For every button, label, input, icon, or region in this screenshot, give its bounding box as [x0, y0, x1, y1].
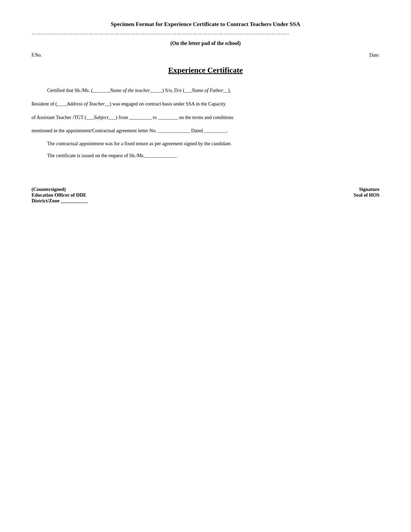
body-line-6: The certificate is issued on the request…: [47, 151, 380, 161]
date-label: Date:: [369, 52, 380, 58]
dotted-line: ……………………………………………………………………………………………………………: [32, 30, 380, 36]
countersigned-label: (Countersigned): [32, 187, 88, 192]
line3-mid: ___) from _________ to ________ on the t…: [108, 115, 233, 120]
name-of-father: Name of Father: [192, 88, 223, 93]
line1-post: __),: [223, 88, 231, 93]
left-signature-block: (Countersigned) Education Officer of DDE…: [32, 187, 88, 204]
line3-pre: of Assistant Teacher /TGT (___: [32, 115, 94, 120]
page-container: Specimen Format for Experience Certifica…: [32, 16, 380, 204]
dotted-line-text: ……………………………………………………………………………………………………………: [32, 30, 289, 35]
seal-label: Seal of HOS: [354, 192, 379, 198]
fno-date-row: F.No. Date:: [32, 52, 380, 58]
fno-label: F.No.: [32, 52, 42, 58]
right-signature-block: Signature Seal of HOS: [354, 187, 379, 198]
subject-text: Subject: [94, 115, 108, 120]
line2-post: __) was engaged on contract basis under …: [105, 101, 226, 107]
line6-pre: The certificate is issued on the request…: [47, 153, 177, 158]
body-line-1: Certified that Sh./Ms. (_______Name of t…: [32, 85, 380, 96]
letter-pad-note-text: (On the letter pad of the school): [170, 40, 241, 46]
line5-text: The contractual appointment was for a fi…: [47, 141, 232, 146]
education-officer-label: Education Officer of DDE: [32, 192, 88, 198]
certificate-title: Experience Certificate: [32, 66, 380, 75]
line1-pre: Certified that Sh./Ms. (_______: [47, 88, 110, 93]
name-of-teacher: Name of the teacher: [110, 88, 150, 93]
body-line-2: Resident of (____Address of Teacher__) w…: [32, 98, 380, 109]
letter-pad-note: (On the letter pad of the school): [32, 40, 380, 46]
body-line-1-indent: Certified that Sh./Ms. (_______Name of t…: [47, 85, 231, 96]
body-line-5: The contractual appointment was for a fi…: [47, 139, 380, 149]
body-line-3: of Assistant Teacher /TGT (___Subject___…: [32, 112, 380, 123]
line1-mid: _____) S/o, D/o (___: [150, 88, 192, 93]
certificate-title-text: Experience Certificate: [168, 66, 243, 74]
signature-section: (Countersigned) Education Officer of DDE…: [32, 187, 380, 204]
line2-pre: Resident of (____: [32, 101, 67, 107]
main-title-text: Specimen Format for Experience Certifica…: [111, 21, 300, 27]
main-title: Specimen Format for Experience Certifica…: [32, 16, 380, 28]
signature-label: Signature: [354, 187, 379, 192]
body-line-4: mentioned in the appointment/Contractual…: [32, 125, 380, 136]
district-zone-label: District/Zone ___________: [32, 198, 88, 204]
line4-text: mentioned in the appointment/Contractual…: [32, 128, 228, 133]
address-of-teacher: Address of Teacher: [67, 101, 105, 107]
